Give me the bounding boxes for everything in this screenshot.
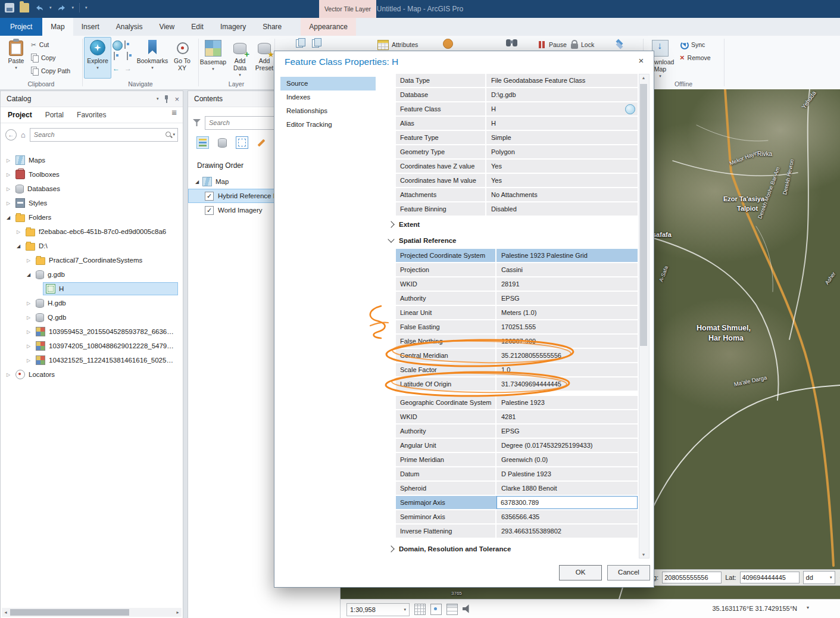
pause-drawing-button[interactable]: Pause bbox=[535, 39, 569, 51]
close-icon[interactable]: × bbox=[636, 55, 647, 65]
property-row[interactable]: Scale Factor1.0 bbox=[396, 363, 638, 376]
save-project-icon[interactable] bbox=[5, 3, 14, 13]
layer-visibility-checkbox[interactable]: ✓ bbox=[205, 192, 214, 201]
catalog-item-styles[interactable]: ▷Styles bbox=[1, 196, 182, 210]
property-row[interactable]: Coordinates have M valueYes bbox=[396, 174, 638, 187]
statusbar-coordinates[interactable]: 35.1631176°E 31.7429155°N bbox=[712, 605, 797, 612]
tree-expander-icon[interactable]: ▷ bbox=[14, 229, 23, 235]
catalog-item-locators[interactable]: ▷Locators bbox=[1, 367, 182, 382]
tree-expander-icon[interactable]: ▷ bbox=[24, 344, 33, 349]
redo-dropdown-icon[interactable]: ▾ bbox=[72, 5, 74, 10]
sync-button[interactable]: Sync bbox=[677, 39, 707, 51]
scroll-up-icon[interactable]: ▲ bbox=[639, 76, 648, 80]
browse-icon[interactable] bbox=[625, 104, 635, 114]
ribbon-tab-analysis[interactable]: Analysis bbox=[108, 18, 151, 36]
tree-expander-icon[interactable]: ▷ bbox=[4, 172, 13, 177]
open-project-icon[interactable] bbox=[20, 3, 29, 13]
extent-section[interactable]: Extent bbox=[388, 217, 638, 232]
ribbon-tab-view[interactable]: View bbox=[151, 18, 183, 36]
attribute-table-icon[interactable] bbox=[446, 604, 458, 615]
catalog-item-f2ebabac-ebc6-451b-87c0-ed9d0005c8a6[interactable]: ▷f2ebabac-ebc6-451b-87c0-ed9d0005c8a6 bbox=[1, 224, 182, 239]
property-row[interactable]: Angular UnitDegree (0.0174532925199433) bbox=[396, 439, 638, 452]
property-row[interactable]: Data TypeFile Geodatabase Feature Class bbox=[396, 74, 638, 87]
ribbon-tab-project[interactable]: Project bbox=[0, 18, 42, 36]
ok-button[interactable]: OK bbox=[559, 565, 602, 580]
property-row[interactable]: Latitude Of Origin31.73409694444445 bbox=[396, 377, 638, 391]
dialog-nav-relationships[interactable]: Relationships bbox=[280, 104, 376, 118]
longitude-input[interactable] bbox=[662, 572, 722, 583]
filter-icon[interactable] bbox=[193, 119, 201, 126]
coordinates-dropdown-icon[interactable]: ▾ bbox=[807, 605, 809, 610]
property-row[interactable]: AliasH bbox=[396, 117, 638, 130]
explore-button[interactable]: Explore ▾ bbox=[84, 37, 111, 79]
property-row[interactable]: Semimajor Axis6378300.789 bbox=[396, 496, 638, 509]
list-by-editing-icon[interactable] bbox=[255, 136, 268, 149]
catalog-menu-icon[interactable]: ≡ bbox=[171, 107, 177, 117]
tree-expander-icon[interactable]: ▷ bbox=[24, 315, 33, 320]
cancel-button[interactable]: Cancel bbox=[607, 565, 650, 580]
property-row[interactable]: Feature ClassH bbox=[396, 102, 638, 116]
snapping-icon[interactable] bbox=[430, 604, 442, 615]
tree-expander-icon[interactable]: ◢ bbox=[193, 179, 201, 185]
fixed-zoom-in-icon[interactable] bbox=[124, 40, 126, 49]
dialog-scrollbar[interactable]: ▲ ▼ bbox=[639, 74, 649, 558]
property-row[interactable]: Prime MeridianGreenwich (0.0) bbox=[396, 453, 638, 466]
previous-extent-icon[interactable]: ← bbox=[113, 64, 120, 73]
close-panel-icon[interactable]: × bbox=[174, 95, 179, 104]
catalog-search-box[interactable]: ▾ bbox=[30, 128, 178, 142]
units-dropdown[interactable]: dd ▾ bbox=[803, 571, 835, 584]
property-row[interactable]: AttachmentsNo Attachments bbox=[396, 188, 638, 201]
tree-expander-icon[interactable]: ▷ bbox=[24, 301, 33, 306]
catalog-item-folders[interactable]: ◢Folders bbox=[1, 210, 182, 224]
back-button[interactable]: ← bbox=[5, 129, 17, 141]
layer-visibility-checkbox[interactable]: ✓ bbox=[205, 206, 214, 215]
ribbon-tab-share[interactable]: Share bbox=[254, 18, 290, 36]
lock-button[interactable]: Lock bbox=[569, 39, 597, 51]
search-dropdown-icon[interactable]: ▾ bbox=[173, 132, 175, 137]
tree-expander-icon[interactable]: ▷ bbox=[4, 186, 13, 192]
list-by-selection-icon[interactable] bbox=[236, 136, 248, 149]
property-row[interactable]: WKID4281 bbox=[396, 410, 638, 423]
measure-icon[interactable] bbox=[443, 39, 453, 49]
catalog-tab-project[interactable]: Project bbox=[8, 111, 32, 119]
property-row[interactable]: Linear UnitMeters (1.0) bbox=[396, 306, 638, 319]
tree-expander-icon[interactable]: ◢ bbox=[4, 215, 13, 220]
catalog-item-maps[interactable]: ▷Maps bbox=[1, 153, 182, 167]
catalog-item-d-[interactable]: ◢D:\ bbox=[1, 239, 182, 253]
catalog-item-h-gdb[interactable]: ▷H.gdb bbox=[1, 296, 182, 310]
latitude-input[interactable] bbox=[740, 572, 800, 583]
catalog-item-toolboxes[interactable]: ▷Toolboxes bbox=[1, 167, 182, 182]
ribbon-tab-insert[interactable]: Insert bbox=[73, 18, 108, 36]
basemap-button[interactable]: Basemap ▾ bbox=[200, 37, 226, 79]
scroll-left-icon[interactable]: ◂ bbox=[2, 610, 10, 615]
dialog-nav-editor-tracking[interactable]: Editor Tracking bbox=[280, 118, 376, 132]
list-by-data-source-icon[interactable] bbox=[216, 136, 229, 149]
property-row[interactable]: AuthorityEPSG bbox=[396, 292, 638, 305]
panel-menu-icon[interactable]: ▾ bbox=[157, 96, 159, 101]
ribbon-tab-map[interactable]: Map bbox=[42, 18, 73, 36]
property-row[interactable]: False Easting170251.555 bbox=[396, 320, 638, 333]
customize-toolbar-icon[interactable]: ▾ bbox=[85, 5, 88, 10]
undo-dropdown-icon[interactable]: ▾ bbox=[49, 5, 52, 10]
home-icon[interactable]: ⌂ bbox=[21, 130, 26, 139]
dialog-nav-indexes[interactable]: Indexes bbox=[280, 90, 376, 104]
catalog-tab-portal[interactable]: Portal bbox=[45, 111, 64, 119]
map-scale-dropdown[interactable]: 1:30,958 ▾ bbox=[346, 603, 410, 616]
ribbon-tab-edit[interactable]: Edit bbox=[183, 18, 212, 36]
pin-icon[interactable] bbox=[164, 95, 169, 103]
scroll-right-icon[interactable]: ▸ bbox=[174, 610, 182, 615]
tree-expander-icon[interactable]: ▷ bbox=[4, 372, 13, 377]
ribbon-tab-imagery[interactable]: Imagery bbox=[212, 18, 254, 36]
domain-section[interactable]: Domain, Resolution and Tolerance bbox=[388, 542, 638, 556]
add-data-button[interactable]: + Add Data ▾ bbox=[227, 37, 252, 79]
property-row[interactable]: DatabaseD:\g.gdb bbox=[396, 88, 638, 101]
copy-path-button[interactable]: Copy Path bbox=[29, 65, 73, 77]
spatial-reference-section[interactable]: Spatial Reference bbox=[388, 233, 638, 248]
tree-expander-icon[interactable]: ◢ bbox=[24, 272, 33, 277]
catalog-tab-favorites[interactable]: Favorites bbox=[77, 111, 106, 119]
catalog-item-103974205-1080488629012228-547965189[interactable]: ▷103974205_1080488629012228_547965189 bbox=[1, 339, 182, 353]
catalog-item-h[interactable]: H bbox=[1, 282, 182, 296]
property-row[interactable]: DatumD Palestine 1923 bbox=[396, 467, 638, 480]
contextual-tab-group[interactable]: Vector Tile Layer bbox=[319, 0, 376, 18]
property-row[interactable]: Inverse Flattening293.4663155389802 bbox=[396, 525, 638, 538]
